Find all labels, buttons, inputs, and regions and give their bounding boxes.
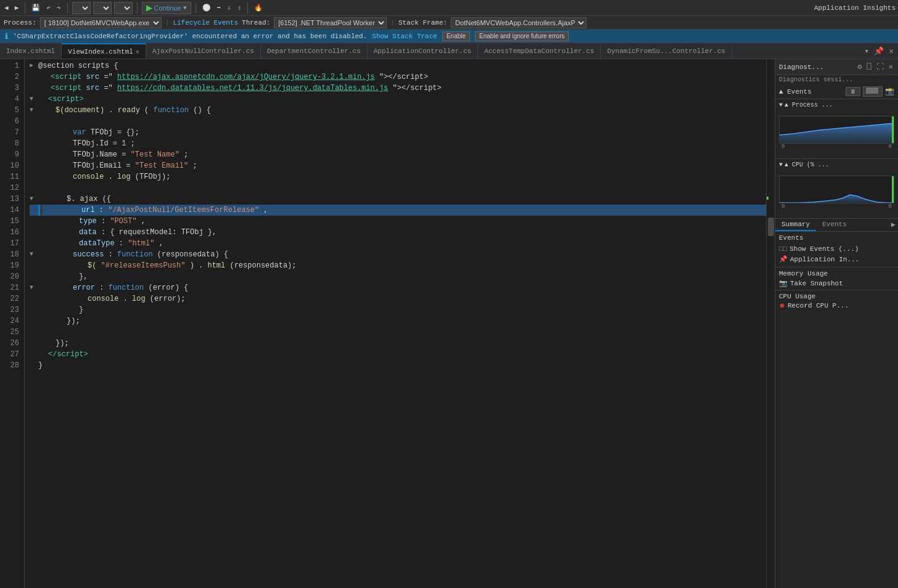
code-content[interactable]: ► @section scripts { <script src =" http… (25, 59, 766, 588)
pause-button[interactable]: ⏸ (846, 87, 860, 96)
tab-viewindex-cshtml[interactable]: ViewIndex.cshtml ✕ (62, 43, 146, 59)
debug-dropdown[interactable]: Debug (72, 2, 91, 14)
tab-accesstempdata-controller[interactable]: AccessTempDataController.cs (478, 43, 601, 59)
tab-label: ViewIndex.cshtml (68, 48, 133, 55)
record-icon: ⏺ (779, 302, 785, 309)
code-line: TFObj.Id = 1 ; (30, 138, 766, 149)
enable-ignore-button[interactable]: Enable and ignore future errors (475, 31, 569, 41)
tab-list-icon[interactable]: ▾ (862, 46, 871, 56)
app-dropdown[interactable]: DotNet6MVCWebApp (114, 2, 133, 14)
step-over-icon[interactable]: ➡ (215, 4, 223, 12)
tab-actions: ▾ 📌 ✕ (860, 46, 898, 56)
diag-session-label: Diagnostics sessi... (775, 75, 898, 84)
take-snapshot-label[interactable]: Take Snapshot (790, 280, 843, 287)
separator-4 (196, 2, 196, 14)
tab-ajaxpost-controller[interactable]: AjaxPostNullController.cs (146, 43, 261, 59)
app-insights-events-label[interactable]: Application In... (790, 256, 859, 263)
code-line: ▼ error : function (error) { (30, 282, 766, 293)
events-bar: ▲ Events ⏸ 📸 (775, 84, 898, 99)
expand-icon[interactable]: ▼ (30, 282, 38, 293)
diag-settings-icon[interactable]: ⚙ (856, 62, 863, 71)
record-label[interactable]: Record CPU P... (788, 302, 849, 309)
lifecycle-events-btn[interactable]: Lifecycle Events (173, 19, 238, 27)
code-line: ▼ $. ajax ({ (30, 194, 766, 205)
undo-icon[interactable]: ↶ (44, 4, 52, 12)
process-selector[interactable]: [ 18100] DotNet6MVCWebApp.exe (40, 17, 162, 28)
scroll-thumb[interactable] (768, 218, 774, 236)
code-line: console . log (error); (30, 293, 766, 304)
tab-label: AjaxPostNullController.cs (152, 47, 254, 55)
collapse-memory-icon[interactable]: ▼ (779, 102, 783, 108)
tab-events[interactable]: Events (816, 219, 853, 231)
tab-close-icon[interactable]: ✕ (887, 46, 896, 56)
record-cpu-item[interactable]: ⏺ Record CPU P... (779, 302, 894, 309)
step-out-icon[interactable]: ⇧ (236, 4, 244, 12)
expand-icon[interactable]: ▼ (30, 249, 38, 260)
diagnostics-panel: Diagnost... ⚙ ⎕ ⛶ ✕ Diagnostics sessi...… (775, 59, 898, 588)
events-filter-bar (863, 86, 883, 97)
code-line: TFObj.Email = "Test Email" ; (30, 160, 766, 171)
code-line: ▼ <script> (30, 94, 766, 105)
cpu-green-bar (892, 176, 894, 203)
stack-frame-selector[interactable]: DotNet6MVCWebApp.Controllers.AjaxPos... (451, 17, 587, 28)
close-icon[interactable]: ✕ (136, 48, 139, 55)
tab-application-controller[interactable]: ApplicationController.cs (368, 43, 478, 59)
camera-icon[interactable]: 📸 (885, 87, 894, 96)
diag-undock-icon[interactable]: ⎕ (866, 62, 873, 71)
diagnostics-header: Diagnost... ⚙ ⎕ ⛶ ✕ (775, 59, 898, 75)
tab-pin-icon[interactable]: 📌 (872, 46, 886, 56)
code-line (30, 182, 766, 194)
cpu-dropdown[interactable]: Any CPU (93, 2, 112, 14)
tab-label: AccessTempDataController.cs (484, 47, 594, 55)
code-line: type : "POST" , (30, 216, 766, 227)
breakpoint-icon[interactable]: ⚪ (200, 4, 213, 12)
collapse-cpu-icon[interactable]: ▼ (779, 161, 783, 168)
tab-department-controller[interactable]: DepartmentController.cs (261, 43, 368, 59)
app-insights-icon: 📌 (779, 255, 788, 263)
events-section-label: ▲ Events (779, 88, 812, 96)
tab-bar: Index.cshtml ViewIndex.cshtml ✕ AjaxPost… (0, 43, 898, 59)
enable-button[interactable]: Enable (442, 31, 470, 41)
show-events-label[interactable]: Show Events (...) (789, 245, 859, 253)
code-editor: 12345 678910 1112131415 1617181920 21222… (0, 59, 775, 588)
minimap[interactable] (766, 59, 775, 588)
expand-icon[interactable]: ▼ (30, 194, 38, 205)
redo-icon[interactable]: ↷ (55, 4, 63, 12)
back-icon[interactable]: ◀ (2, 4, 10, 12)
code-line: ► @section scripts { (30, 60, 766, 71)
tab-summary[interactable]: Summary (775, 219, 816, 231)
expand-icon[interactable]: ▼ (30, 105, 38, 116)
diag-zoom-icon[interactable]: ⛶ (875, 62, 885, 71)
diag-close-icon[interactable]: ✕ (888, 62, 894, 71)
green-indicator (767, 197, 768, 200)
events-list: Events □□ Show Events (...) 📌 Applicatio… (775, 232, 898, 267)
code-line (30, 327, 766, 338)
app-insights-item[interactable]: 📌 Application In... (779, 254, 894, 264)
memory-graph: 119 119 (779, 116, 894, 156)
code-area: 12345 678910 1112131415 1617181920 21222… (0, 59, 775, 588)
hot-reload-icon[interactable]: 🔥 (252, 4, 265, 12)
show-stack-trace-link[interactable]: Show Stack Trace (372, 33, 437, 40)
cpu-label: ▲ CPU (% ... (785, 161, 829, 168)
cpu-usage-section-bottom: CPU Usage ⏺ Record CPU P... (775, 290, 898, 312)
continue-button[interactable]: ▶ Continue ▾ (142, 2, 191, 14)
tab-dynamicfromsu-controller[interactable]: DynamicFromSu...Controller.cs (601, 43, 731, 59)
show-events-item[interactable]: □□ Show Events (...) (779, 244, 894, 254)
code-line: <script src =" https://cdn.datatables.ne… (30, 83, 766, 94)
step-into-icon[interactable]: ⇩ (225, 4, 233, 12)
separator-5 (247, 2, 248, 14)
expand-icon[interactable]: ▼ (30, 94, 38, 105)
tab-index-cshtml[interactable]: Index.cshtml (0, 43, 62, 59)
code-line: </script> (30, 349, 766, 360)
code-line: }); (30, 316, 766, 327)
cpu-bottom-left: 0 (781, 203, 785, 210)
save-all-icon[interactable]: 💾 (30, 4, 42, 12)
thread-selector[interactable]: [6152] .NET ThreadPool Worker (274, 17, 387, 28)
expand-icon[interactable]: ► (30, 60, 38, 71)
info-message: 'CSharpExtractClassCodeRefactoringProvid… (13, 33, 367, 40)
code-line: ▼ $(document) . ready ( function () { (30, 105, 766, 116)
tabs-expand-icon[interactable]: ▶ (889, 219, 898, 231)
forward-icon[interactable]: ▶ (13, 4, 21, 12)
code-line: <script src =" https://ajax.aspnetcdn.co… (30, 71, 766, 83)
take-snapshot-item[interactable]: 📷 Take Snapshot (779, 279, 894, 287)
